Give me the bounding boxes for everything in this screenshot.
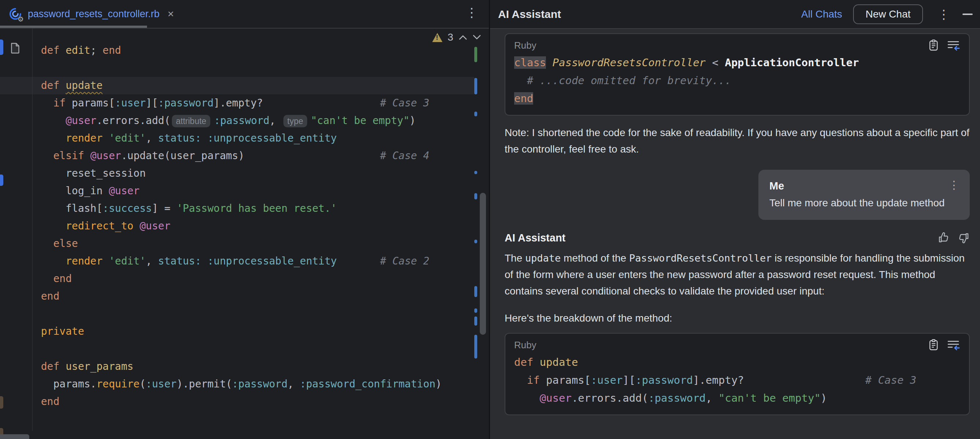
gutter-separator [32,29,33,431]
chat-code-block: Ruby [504,333,970,415]
editor-options-kebab-icon[interactable]: ⋮ [466,5,478,20]
chat-code-block: Ruby [504,33,970,116]
active-tab-underline [0,26,147,28]
stripe-mark-blue[interactable] [474,171,477,174]
assistant-note-text: Note: I shortened the code for the sake … [504,125,970,157]
panel-title: AI Assistant [498,8,801,21]
next-warning-chevron-down-icon[interactable] [473,34,481,40]
user-message-text: Tell me more about the update method [769,197,959,209]
editor-tab-bar: ⚙ password_resets_controller.rb × ⋮ [0,0,489,29]
code-language-label: Ruby [514,340,536,351]
assistant-breakdown-text: Here's the breakdown of the method: [504,313,970,324]
vertical-scrollbar-thumb[interactable] [480,193,486,335]
chat-code-text[interactable]: class PasswordResetsController < Applica… [514,54,960,107]
vcs-change-marker [0,40,3,55]
assistant-reply-paragraph: The update method of the PasswordResetsC… [504,250,970,299]
chat-code-text[interactable]: def update if params[:user][:password].e… [514,353,960,407]
stripe-mark-blue[interactable] [474,335,477,359]
user-message-author: Me [769,180,948,192]
stripe-mark-blue[interactable] [474,316,477,326]
stripe-mark-blue[interactable] [474,193,477,200]
warning-triangle-icon [432,33,442,42]
all-chats-link[interactable]: All Chats [801,8,842,20]
stripe-mark-blue[interactable] [474,308,477,313]
hide-panel-icon[interactable] [963,14,973,15]
copy-icon[interactable] [928,40,939,51]
ide-window: ⚙ password_resets_controller.rb × ⋮ [0,0,980,439]
ai-assistant-pane: AI Assistant All Chats New Chat ⋮ Ruby [490,0,980,439]
code-language-label: Ruby [514,40,536,51]
close-tab-icon[interactable]: × [167,8,174,20]
message-options-kebab-icon[interactable]: ⋮ [948,180,959,190]
assistant-reply-header: AI Assistant [504,231,970,244]
panel-options-kebab-icon[interactable]: ⋮ [938,7,950,22]
stripe-mark-blue[interactable] [474,78,477,94]
rails-controller-icon: ⚙ [9,7,22,21]
insert-snippet-into-editor-icon[interactable] [947,40,960,51]
sticky-note-icon[interactable] [10,42,20,55]
stripe-mark-green[interactable] [474,47,477,62]
stripe-mark-blue[interactable] [474,239,477,243]
chat-transcript: Ruby [490,29,980,439]
editor-pane: ⚙ password_resets_controller.rb × ⋮ [0,0,489,439]
vcs-change-marker [0,396,3,409]
tab-password-resets-controller[interactable]: ⚙ password_resets_controller.rb × [0,0,184,28]
vcs-change-marker [0,174,3,186]
insert-snippet-into-editor-icon[interactable] [947,340,960,350]
assistant-reply-author: AI Assistant [504,232,938,244]
copy-icon[interactable] [928,339,939,351]
user-message-bubble: Me ⋮ Tell me more about the update metho… [759,170,970,220]
code-editor-text[interactable]: def edit; end def update if params[:user… [41,42,442,410]
horizontal-scrollbar-stub[interactable] [0,434,29,439]
editor-body[interactable]: 3 def edit; end def update if params[:us… [0,29,489,439]
tab-label: password_resets_controller.rb [28,8,159,20]
gear-icon: ⚙ [18,15,24,23]
thumbs-down-icon[interactable] [957,231,970,244]
thumbs-up-icon[interactable] [938,231,950,244]
ai-assistant-header: AI Assistant All Chats New Chat ⋮ [490,0,980,29]
stripe-mark-blue[interactable] [474,286,477,297]
new-chat-button[interactable]: New Chat [853,5,923,24]
warning-count: 3 [448,32,453,43]
prev-warning-chevron-up-icon[interactable] [458,34,467,40]
stripe-mark-blue[interactable] [474,112,477,117]
